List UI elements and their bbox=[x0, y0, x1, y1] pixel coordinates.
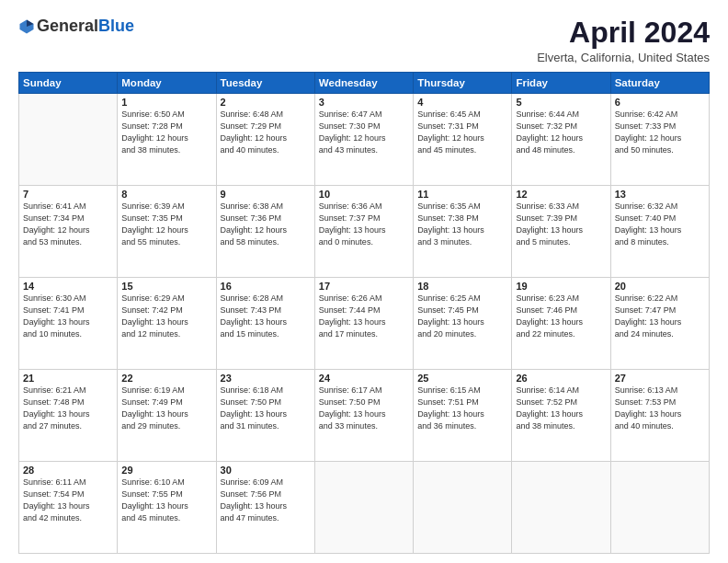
calendar-cell: 8Sunrise: 6:39 AM Sunset: 7:35 PM Daylig… bbox=[118, 186, 216, 278]
calendar-cell: 10Sunrise: 6:36 AM Sunset: 7:37 PM Dayli… bbox=[314, 186, 413, 278]
cell-info: Sunrise: 6:35 AM Sunset: 7:38 PM Dayligh… bbox=[417, 201, 507, 248]
day-number: 29 bbox=[121, 465, 211, 476]
cell-info: Sunrise: 6:09 AM Sunset: 7:56 PM Dayligh… bbox=[221, 477, 311, 524]
location: Elverta, California, United States bbox=[537, 51, 710, 64]
calendar-cell: 4Sunrise: 6:45 AM Sunset: 7:31 PM Daylig… bbox=[414, 94, 512, 186]
calendar-cell: 14Sunrise: 6:30 AM Sunset: 7:41 PM Dayli… bbox=[19, 278, 118, 370]
generalblue-icon bbox=[18, 18, 35, 35]
cell-info: Sunrise: 6:25 AM Sunset: 7:45 PM Dayligh… bbox=[417, 293, 507, 340]
day-number: 6 bbox=[615, 97, 705, 108]
week-row-4: 21Sunrise: 6:21 AM Sunset: 7:48 PM Dayli… bbox=[19, 370, 710, 462]
calendar-cell: 16Sunrise: 6:28 AM Sunset: 7:43 PM Dayli… bbox=[216, 278, 314, 370]
cell-info: Sunrise: 6:23 AM Sunset: 7:46 PM Dayligh… bbox=[516, 293, 606, 340]
calendar-cell: 26Sunrise: 6:14 AM Sunset: 7:52 PM Dayli… bbox=[512, 370, 610, 462]
logo-blue-text: Blue bbox=[98, 17, 134, 36]
calendar-cell: 1Sunrise: 6:50 AM Sunset: 7:28 PM Daylig… bbox=[118, 94, 216, 186]
day-number: 4 bbox=[417, 97, 507, 108]
cell-info: Sunrise: 6:15 AM Sunset: 7:51 PM Dayligh… bbox=[417, 385, 507, 432]
calendar-cell: 13Sunrise: 6:32 AM Sunset: 7:40 PM Dayli… bbox=[610, 186, 709, 278]
day-number: 25 bbox=[417, 373, 507, 384]
weekday-header-row: SundayMondayTuesdayWednesdayThursdayFrid… bbox=[19, 73, 710, 94]
calendar-cell: 7Sunrise: 6:41 AM Sunset: 7:34 PM Daylig… bbox=[19, 186, 118, 278]
weekday-header-sunday: Sunday bbox=[19, 73, 118, 94]
cell-info: Sunrise: 6:48 AM Sunset: 7:29 PM Dayligh… bbox=[221, 109, 311, 156]
cell-info: Sunrise: 6:41 AM Sunset: 7:34 PM Dayligh… bbox=[23, 201, 113, 248]
cell-info: Sunrise: 6:14 AM Sunset: 7:52 PM Dayligh… bbox=[516, 385, 606, 432]
calendar-cell bbox=[610, 462, 709, 554]
title-block: April 2024 Elverta, California, United S… bbox=[537, 17, 710, 64]
day-number: 13 bbox=[615, 189, 705, 200]
calendar-cell bbox=[414, 462, 512, 554]
week-row-3: 14Sunrise: 6:30 AM Sunset: 7:41 PM Dayli… bbox=[19, 278, 710, 370]
calendar-cell: 30Sunrise: 6:09 AM Sunset: 7:56 PM Dayli… bbox=[216, 462, 314, 554]
calendar-cell: 27Sunrise: 6:13 AM Sunset: 7:53 PM Dayli… bbox=[610, 370, 709, 462]
day-number: 21 bbox=[23, 373, 113, 384]
day-number: 5 bbox=[516, 97, 606, 108]
calendar-cell: 17Sunrise: 6:26 AM Sunset: 7:44 PM Dayli… bbox=[314, 278, 413, 370]
logo-general-text: General bbox=[37, 17, 98, 36]
calendar-cell: 28Sunrise: 6:11 AM Sunset: 7:54 PM Dayli… bbox=[19, 462, 118, 554]
calendar-cell: 22Sunrise: 6:19 AM Sunset: 7:49 PM Dayli… bbox=[118, 370, 216, 462]
calendar-cell: 12Sunrise: 6:33 AM Sunset: 7:39 PM Dayli… bbox=[512, 186, 610, 278]
day-number: 17 bbox=[319, 281, 409, 292]
calendar-cell: 5Sunrise: 6:44 AM Sunset: 7:32 PM Daylig… bbox=[512, 94, 610, 186]
week-row-1: 1Sunrise: 6:50 AM Sunset: 7:28 PM Daylig… bbox=[19, 94, 710, 186]
calendar-cell: 29Sunrise: 6:10 AM Sunset: 7:55 PM Dayli… bbox=[118, 462, 216, 554]
calendar-cell bbox=[19, 94, 118, 186]
day-number: 14 bbox=[23, 281, 113, 292]
cell-info: Sunrise: 6:38 AM Sunset: 7:36 PM Dayligh… bbox=[221, 201, 311, 248]
calendar-cell: 2Sunrise: 6:48 AM Sunset: 7:29 PM Daylig… bbox=[216, 94, 314, 186]
calendar-cell: 11Sunrise: 6:35 AM Sunset: 7:38 PM Dayli… bbox=[414, 186, 512, 278]
calendar-cell bbox=[314, 462, 413, 554]
calendar-cell: 25Sunrise: 6:15 AM Sunset: 7:51 PM Dayli… bbox=[414, 370, 512, 462]
weekday-header-saturday: Saturday bbox=[610, 73, 709, 94]
day-number: 26 bbox=[516, 373, 606, 384]
day-number: 12 bbox=[516, 189, 606, 200]
cell-info: Sunrise: 6:39 AM Sunset: 7:35 PM Dayligh… bbox=[121, 201, 211, 248]
day-number: 28 bbox=[23, 465, 113, 476]
week-row-2: 7Sunrise: 6:41 AM Sunset: 7:34 PM Daylig… bbox=[19, 186, 710, 278]
weekday-header-tuesday: Tuesday bbox=[216, 73, 314, 94]
day-number: 23 bbox=[221, 373, 311, 384]
cell-info: Sunrise: 6:36 AM Sunset: 7:37 PM Dayligh… bbox=[319, 201, 409, 248]
cell-info: Sunrise: 6:32 AM Sunset: 7:40 PM Dayligh… bbox=[615, 201, 705, 248]
calendar-cell: 18Sunrise: 6:25 AM Sunset: 7:45 PM Dayli… bbox=[414, 278, 512, 370]
day-number: 22 bbox=[121, 373, 211, 384]
cell-info: Sunrise: 6:28 AM Sunset: 7:43 PM Dayligh… bbox=[221, 293, 311, 340]
weekday-header-thursday: Thursday bbox=[414, 73, 512, 94]
calendar-cell: 6Sunrise: 6:42 AM Sunset: 7:33 PM Daylig… bbox=[610, 94, 709, 186]
day-number: 30 bbox=[221, 465, 311, 476]
logo: GeneralBlue bbox=[18, 17, 134, 36]
calendar-cell: 19Sunrise: 6:23 AM Sunset: 7:46 PM Dayli… bbox=[512, 278, 610, 370]
week-row-5: 28Sunrise: 6:11 AM Sunset: 7:54 PM Dayli… bbox=[19, 462, 710, 554]
cell-info: Sunrise: 6:11 AM Sunset: 7:54 PM Dayligh… bbox=[23, 477, 113, 524]
calendar-table: SundayMondayTuesdayWednesdayThursdayFrid… bbox=[18, 72, 710, 554]
cell-info: Sunrise: 6:47 AM Sunset: 7:30 PM Dayligh… bbox=[319, 109, 409, 156]
day-number: 16 bbox=[221, 281, 311, 292]
day-number: 3 bbox=[319, 97, 409, 108]
cell-info: Sunrise: 6:22 AM Sunset: 7:47 PM Dayligh… bbox=[615, 293, 705, 340]
calendar-cell: 23Sunrise: 6:18 AM Sunset: 7:50 PM Dayli… bbox=[216, 370, 314, 462]
calendar-cell bbox=[512, 462, 610, 554]
page: GeneralBlue April 2024 Elverta, Californ… bbox=[0, 0, 728, 563]
cell-info: Sunrise: 6:30 AM Sunset: 7:41 PM Dayligh… bbox=[23, 293, 113, 340]
day-number: 2 bbox=[221, 97, 311, 108]
weekday-header-wednesday: Wednesday bbox=[314, 73, 413, 94]
day-number: 18 bbox=[417, 281, 507, 292]
calendar-cell: 21Sunrise: 6:21 AM Sunset: 7:48 PM Dayli… bbox=[19, 370, 118, 462]
day-number: 9 bbox=[221, 189, 311, 200]
day-number: 24 bbox=[319, 373, 409, 384]
cell-info: Sunrise: 6:13 AM Sunset: 7:53 PM Dayligh… bbox=[615, 385, 705, 432]
cell-info: Sunrise: 6:18 AM Sunset: 7:50 PM Dayligh… bbox=[221, 385, 311, 432]
cell-info: Sunrise: 6:44 AM Sunset: 7:32 PM Dayligh… bbox=[516, 109, 606, 156]
calendar-cell: 9Sunrise: 6:38 AM Sunset: 7:36 PM Daylig… bbox=[216, 186, 314, 278]
cell-info: Sunrise: 6:45 AM Sunset: 7:31 PM Dayligh… bbox=[417, 109, 507, 156]
day-number: 8 bbox=[121, 189, 211, 200]
calendar-cell: 24Sunrise: 6:17 AM Sunset: 7:50 PM Dayli… bbox=[314, 370, 413, 462]
day-number: 15 bbox=[121, 281, 211, 292]
day-number: 20 bbox=[615, 281, 705, 292]
day-number: 19 bbox=[516, 281, 606, 292]
day-number: 27 bbox=[615, 373, 705, 384]
cell-info: Sunrise: 6:21 AM Sunset: 7:48 PM Dayligh… bbox=[23, 385, 113, 432]
cell-info: Sunrise: 6:10 AM Sunset: 7:55 PM Dayligh… bbox=[121, 477, 211, 524]
